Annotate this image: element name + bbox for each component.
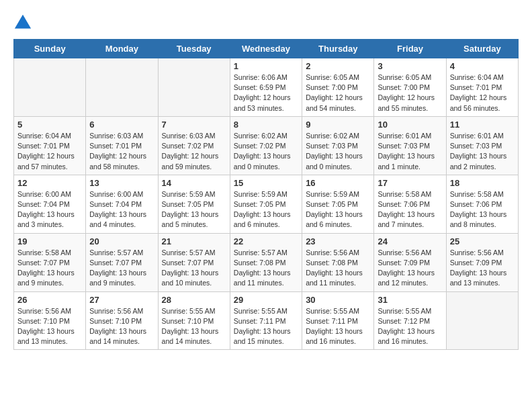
day-of-week-header: Tuesday bbox=[158, 40, 230, 58]
calendar-week-row: 26Sunrise: 5:56 AM Sunset: 7:10 PM Dayli… bbox=[14, 291, 519, 350]
day-info: Sunrise: 6:00 AM Sunset: 7:04 PM Dayligh… bbox=[89, 189, 154, 230]
day-of-week-header: Thursday bbox=[302, 40, 374, 58]
calendar-day-cell: 12Sunrise: 6:00 AM Sunset: 7:04 PM Dayli… bbox=[14, 175, 86, 233]
day-of-week-header: Sunday bbox=[14, 40, 86, 58]
day-number: 1 bbox=[234, 61, 298, 71]
calendar-day-cell: 4Sunrise: 6:04 AM Sunset: 7:01 PM Daylig… bbox=[446, 58, 518, 117]
day-number: 2 bbox=[306, 61, 370, 71]
day-number: 3 bbox=[378, 61, 442, 71]
day-number: 21 bbox=[162, 236, 226, 246]
calendar-day-cell: 24Sunrise: 5:56 AM Sunset: 7:09 PM Dayli… bbox=[374, 233, 446, 291]
day-number: 20 bbox=[89, 236, 154, 246]
day-number: 18 bbox=[450, 178, 515, 188]
calendar-day-cell: 29Sunrise: 5:55 AM Sunset: 7:11 PM Dayli… bbox=[230, 291, 302, 350]
calendar-day-cell: 23Sunrise: 5:56 AM Sunset: 7:08 PM Dayli… bbox=[302, 233, 374, 291]
day-number: 7 bbox=[162, 120, 226, 130]
day-number: 26 bbox=[17, 295, 82, 305]
calendar-day-cell: 15Sunrise: 5:59 AM Sunset: 7:05 PM Dayli… bbox=[230, 175, 302, 233]
day-number: 28 bbox=[162, 295, 226, 305]
day-info: Sunrise: 5:58 AM Sunset: 7:06 PM Dayligh… bbox=[378, 189, 442, 230]
calendar-day-cell: 14Sunrise: 5:59 AM Sunset: 7:05 PM Dayli… bbox=[158, 175, 230, 233]
calendar-day-cell bbox=[158, 58, 230, 117]
day-of-week-header: Friday bbox=[374, 40, 446, 58]
day-number: 19 bbox=[17, 236, 82, 246]
calendar-day-cell: 17Sunrise: 5:58 AM Sunset: 7:06 PM Dayli… bbox=[374, 175, 446, 233]
day-info: Sunrise: 5:58 AM Sunset: 7:07 PM Dayligh… bbox=[17, 248, 82, 289]
calendar-day-cell: 8Sunrise: 6:02 AM Sunset: 7:02 PM Daylig… bbox=[230, 116, 302, 175]
day-info: Sunrise: 5:55 AM Sunset: 7:11 PM Dayligh… bbox=[306, 306, 370, 347]
day-number: 15 bbox=[234, 178, 298, 188]
day-of-week-header: Monday bbox=[86, 40, 158, 58]
day-number: 14 bbox=[162, 178, 226, 188]
calendar-week-row: 19Sunrise: 5:58 AM Sunset: 7:07 PM Dayli… bbox=[14, 233, 519, 291]
day-of-week-header: Saturday bbox=[446, 40, 518, 58]
calendar-day-cell bbox=[14, 58, 86, 117]
day-number: 17 bbox=[378, 178, 442, 188]
day-info: Sunrise: 6:01 AM Sunset: 7:03 PM Dayligh… bbox=[450, 131, 515, 172]
day-number: 16 bbox=[306, 178, 370, 188]
day-info: Sunrise: 6:02 AM Sunset: 7:03 PM Dayligh… bbox=[306, 131, 370, 172]
calendar-day-cell: 19Sunrise: 5:58 AM Sunset: 7:07 PM Dayli… bbox=[14, 233, 86, 291]
day-info: Sunrise: 5:56 AM Sunset: 7:09 PM Dayligh… bbox=[450, 248, 515, 289]
day-number: 4 bbox=[450, 61, 515, 71]
calendar-day-cell: 3Sunrise: 6:05 AM Sunset: 7:00 PM Daylig… bbox=[374, 58, 446, 117]
calendar-day-cell: 20Sunrise: 5:57 AM Sunset: 7:07 PM Dayli… bbox=[86, 233, 158, 291]
day-number: 5 bbox=[17, 120, 82, 130]
day-info: Sunrise: 6:02 AM Sunset: 7:02 PM Dayligh… bbox=[234, 131, 298, 172]
calendar-day-cell: 31Sunrise: 5:55 AM Sunset: 7:12 PM Dayli… bbox=[374, 291, 446, 350]
day-number: 6 bbox=[89, 120, 154, 130]
calendar-day-cell bbox=[86, 58, 158, 117]
day-number: 8 bbox=[234, 120, 298, 130]
calendar-week-row: 1Sunrise: 6:06 AM Sunset: 6:59 PM Daylig… bbox=[14, 58, 519, 117]
day-info: Sunrise: 6:03 AM Sunset: 7:02 PM Dayligh… bbox=[162, 131, 226, 172]
calendar-day-cell: 13Sunrise: 6:00 AM Sunset: 7:04 PM Dayli… bbox=[86, 175, 158, 233]
day-number: 27 bbox=[89, 295, 154, 305]
day-info: Sunrise: 5:56 AM Sunset: 7:09 PM Dayligh… bbox=[378, 248, 442, 289]
calendar-day-cell: 26Sunrise: 5:56 AM Sunset: 7:10 PM Dayli… bbox=[14, 291, 86, 350]
day-number: 31 bbox=[378, 295, 442, 305]
day-of-week-header: Wednesday bbox=[230, 40, 302, 58]
day-number: 10 bbox=[378, 120, 442, 130]
logo bbox=[13, 13, 35, 32]
day-info: Sunrise: 5:57 AM Sunset: 7:08 PM Dayligh… bbox=[234, 248, 298, 289]
day-info: Sunrise: 5:55 AM Sunset: 7:10 PM Dayligh… bbox=[162, 306, 226, 347]
calendar-day-cell: 28Sunrise: 5:55 AM Sunset: 7:10 PM Dayli… bbox=[158, 291, 230, 350]
day-info: Sunrise: 6:05 AM Sunset: 7:00 PM Dayligh… bbox=[306, 73, 370, 113]
day-number: 11 bbox=[450, 120, 515, 130]
calendar-week-row: 5Sunrise: 6:04 AM Sunset: 7:01 PM Daylig… bbox=[14, 116, 519, 175]
svg-marker-0 bbox=[15, 15, 31, 29]
logo-icon bbox=[13, 13, 32, 32]
calendar-day-cell: 25Sunrise: 5:56 AM Sunset: 7:09 PM Dayli… bbox=[446, 233, 518, 291]
calendar-day-cell: 22Sunrise: 5:57 AM Sunset: 7:08 PM Dayli… bbox=[230, 233, 302, 291]
day-info: Sunrise: 5:59 AM Sunset: 7:05 PM Dayligh… bbox=[234, 189, 298, 230]
calendar-day-cell: 6Sunrise: 6:03 AM Sunset: 7:01 PM Daylig… bbox=[86, 116, 158, 175]
day-info: Sunrise: 5:56 AM Sunset: 7:10 PM Dayligh… bbox=[17, 306, 82, 347]
day-info: Sunrise: 5:59 AM Sunset: 7:05 PM Dayligh… bbox=[162, 189, 226, 230]
calendar-day-cell: 1Sunrise: 6:06 AM Sunset: 6:59 PM Daylig… bbox=[230, 58, 302, 117]
day-number: 13 bbox=[89, 178, 154, 188]
day-info: Sunrise: 6:06 AM Sunset: 6:59 PM Dayligh… bbox=[234, 73, 298, 113]
day-number: 24 bbox=[378, 236, 442, 246]
day-number: 23 bbox=[306, 236, 370, 246]
page-header bbox=[13, 13, 519, 32]
calendar-day-cell: 9Sunrise: 6:02 AM Sunset: 7:03 PM Daylig… bbox=[302, 116, 374, 175]
day-info: Sunrise: 5:59 AM Sunset: 7:05 PM Dayligh… bbox=[306, 189, 370, 230]
day-info: Sunrise: 5:56 AM Sunset: 7:10 PM Dayligh… bbox=[89, 306, 154, 347]
calendar-day-cell: 10Sunrise: 6:01 AM Sunset: 7:03 PM Dayli… bbox=[374, 116, 446, 175]
calendar-day-cell: 11Sunrise: 6:01 AM Sunset: 7:03 PM Dayli… bbox=[446, 116, 518, 175]
calendar-day-cell: 2Sunrise: 6:05 AM Sunset: 7:00 PM Daylig… bbox=[302, 58, 374, 117]
day-number: 25 bbox=[450, 236, 515, 246]
day-info: Sunrise: 5:57 AM Sunset: 7:07 PM Dayligh… bbox=[89, 248, 154, 289]
day-number: 22 bbox=[234, 236, 298, 246]
day-info: Sunrise: 6:05 AM Sunset: 7:00 PM Dayligh… bbox=[378, 73, 442, 113]
calendar-day-cell: 30Sunrise: 5:55 AM Sunset: 7:11 PM Dayli… bbox=[302, 291, 374, 350]
calendar-header-row: SundayMondayTuesdayWednesdayThursdayFrid… bbox=[14, 40, 519, 58]
day-info: Sunrise: 6:01 AM Sunset: 7:03 PM Dayligh… bbox=[378, 131, 442, 172]
day-info: Sunrise: 5:55 AM Sunset: 7:12 PM Dayligh… bbox=[378, 306, 442, 347]
day-info: Sunrise: 6:00 AM Sunset: 7:04 PM Dayligh… bbox=[17, 189, 82, 230]
day-info: Sunrise: 6:04 AM Sunset: 7:01 PM Dayligh… bbox=[17, 131, 82, 172]
day-info: Sunrise: 5:57 AM Sunset: 7:07 PM Dayligh… bbox=[162, 248, 226, 289]
calendar-day-cell bbox=[446, 291, 518, 350]
calendar-day-cell: 16Sunrise: 5:59 AM Sunset: 7:05 PM Dayli… bbox=[302, 175, 374, 233]
day-info: Sunrise: 5:58 AM Sunset: 7:06 PM Dayligh… bbox=[450, 189, 515, 230]
